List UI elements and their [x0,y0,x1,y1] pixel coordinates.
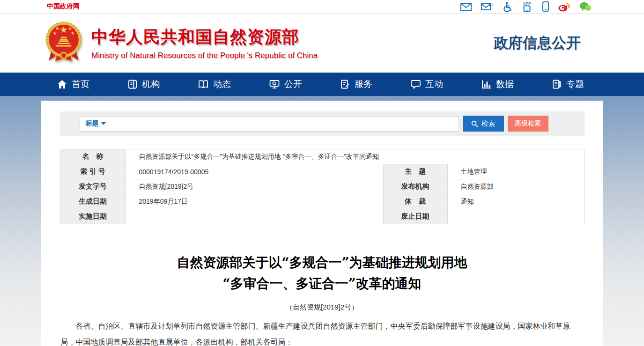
top-utility-bar: 中国政府网 APP [0,0,644,14]
app-download-icon[interactable]: APP [521,1,533,12]
chevron-down-icon [101,122,106,125]
wechat-icon[interactable] [579,2,592,12]
advanced-search-button[interactable]: 高级检索 [508,116,548,132]
search-input[interactable] [113,118,457,130]
nav-item-disclosure[interactable]: 公开 [269,78,302,90]
organization-icon [128,80,137,89]
document-metadata-table: 名 称 自然资源部关于以“多规合一”为基础推进规划用地 “多审合一、多证合一”改… [60,149,585,224]
meta-value-doc-number: 自然资规[2019]2号 [126,179,383,194]
bar-chart-icon [481,80,491,89]
meta-value-genre: 通知 [447,194,585,209]
table-row: 实施日期 废止日期 [60,209,585,224]
main-nav: 首页 机构 动态 公开 服务 互动 数据 专题 [0,73,644,96]
mail-icon[interactable] [460,3,472,11]
nav-item-data[interactable]: 数据 [481,78,514,90]
table-row: 名 称 自然资源部关于以“多规合一”为基础推进规划用地 “多审合一、多证合一”改… [60,149,585,164]
document-title-line1: 自然资源部关于以“多规合一”为基础推进规划用地 [41,252,603,273]
nav-item-news[interactable]: 动态 [198,78,231,90]
content-card: 标题 检索 高级检索 名 称 自然资源部关于以“多规合一”为基础推进规划用地 “… [41,101,603,346]
meta-label-name: 名 称 [60,149,126,164]
weibo-icon[interactable] [558,2,570,12]
section-title-gov-info: 政府信息公开 [494,33,581,53]
meta-label-doc-number: 发文字号 [60,179,126,194]
monitor-icon [269,80,280,89]
document-title: 自然资源部关于以“多规合一”为基础推进规划用地 “多审合一、多证合一”改革的通知 [41,252,603,294]
page-background: 标题 检索 高级检索 名 称 自然资源部关于以“多规合一”为基础推进规划用地 “… [0,96,644,346]
meta-value-repeal-date [447,209,585,224]
gov-portal-link[interactable]: 中国政府网 [47,2,80,11]
home-icon [57,80,67,89]
meta-value-issuer: 自然资源部 [447,179,585,194]
accessibility-icon[interactable] [503,2,511,12]
nav-item-home[interactable]: 首页 [57,78,89,90]
meta-value-effective-date [126,209,383,224]
search-input-container: 标题 [80,116,459,132]
meta-label-genre: 体 裁 [383,194,447,209]
meta-label-effective-date: 实施日期 [60,209,126,224]
search-field-dropdown[interactable]: 标题 [86,119,106,128]
site-title-block: 中华人民共和国自然资源部 Ministry of Natural Resourc… [91,26,318,60]
journal-icon [552,80,562,89]
ministry-title-en: Ministry of Natural Resources of the Peo… [91,51,318,60]
nav-item-organization[interactable]: 机构 [128,78,160,90]
national-emblem [44,21,83,65]
site-header: 中华人民共和国自然资源部 Ministry of Natural Resourc… [0,14,644,73]
chat-bubble-icon [411,80,421,89]
nav-item-interaction[interactable]: 互动 [411,78,443,90]
document-title-line2: “多审合一、多证合一”改革的通知 [41,273,603,294]
search-bar: 标题 检索 高级检索 [60,111,585,136]
search-button[interactable]: 检索 [463,116,504,132]
meta-value-name: 自然资源部关于以“多规合一”为基础推进规划用地 “多审合一、多证合一”改革的通知 [126,149,585,164]
table-row: 生成日期 2019年09月17日 体 裁 通知 [60,194,585,209]
document-body-paragraph: 各省、自治区、直辖市及计划单列市自然资源主管部门、新疆生产建设兵团自然资源主管部… [61,318,584,346]
table-row: 发文字号 自然资规[2019]2号 发布机构 自然资源部 [60,179,585,194]
search-icon [471,120,478,127]
meta-label-subject: 主 题 [383,164,447,179]
meta-value-index: 000019174/2019-00005 [126,164,383,179]
table-row: 索 引 号 000019174/2019-00005 主 题 土地管理 [60,164,585,179]
document-pen-icon [341,80,350,89]
meta-value-date-created: 2019年09月17日 [126,194,383,209]
mail-subscribe-icon[interactable] [481,2,493,11]
ministry-title-cn: 中华人民共和国自然资源部 [91,26,318,49]
meta-label-date-created: 生成日期 [60,194,126,209]
meta-value-subject: 土地管理 [447,164,585,179]
news-book-icon [198,80,208,89]
meta-label-issuer: 发布机构 [383,179,447,194]
mobile-icon[interactable] [542,1,549,12]
nav-item-special-topics[interactable]: 专题 [552,78,584,90]
meta-label-repeal-date: 废止日期 [383,209,447,224]
document-number: （自然资规[2019]2号） [41,303,603,312]
meta-label-index: 索 引 号 [60,164,126,179]
topbar-icon-group: APP [460,1,592,12]
nav-item-services[interactable]: 服务 [341,78,372,90]
